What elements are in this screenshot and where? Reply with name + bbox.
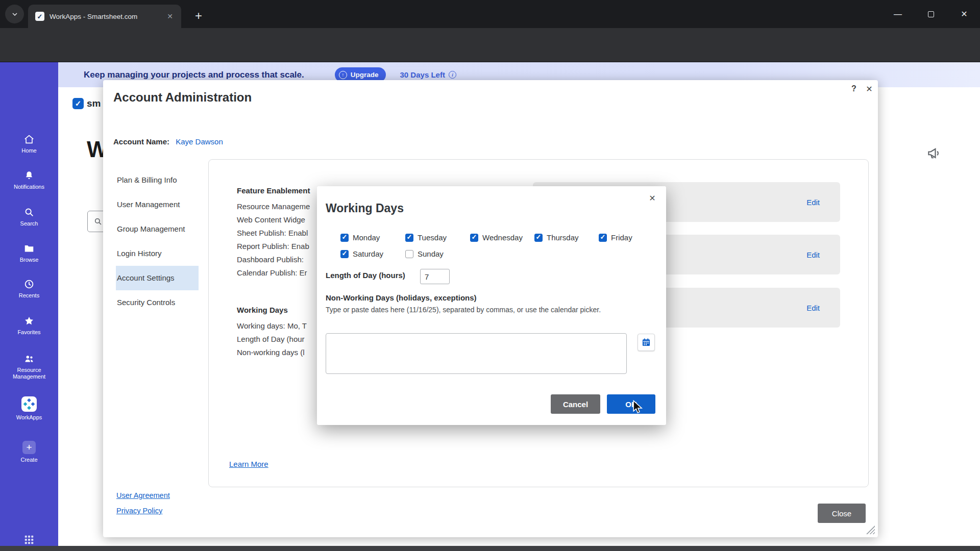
ok-button[interactable]: OK	[607, 394, 655, 414]
sidebar-item-browse[interactable]: Browse	[0, 243, 58, 263]
info-icon: i	[449, 71, 456, 79]
cancel-button[interactable]: Cancel	[551, 394, 600, 414]
smartsheet-logo: ✓ sm	[72, 98, 101, 109]
checkbox-tuesday[interactable]: Tuesday	[405, 233, 447, 242]
dialog-help-button[interactable]: ?	[847, 82, 861, 95]
app-sidebar: Home Notifications Search Browse Recents…	[0, 62, 58, 551]
checkbox-icon	[405, 250, 413, 258]
nav-item-user-management[interactable]: User Management	[116, 192, 199, 217]
apps-grid-button[interactable]	[0, 534, 58, 545]
checkbox-icon	[470, 234, 478, 242]
sidebar-item-search[interactable]: Search	[0, 207, 58, 227]
checkbox-icon	[340, 234, 349, 242]
home-icon	[23, 134, 35, 145]
window-close-button[interactable]: ✕	[950, 0, 978, 28]
nonworking-dates-textarea[interactable]	[326, 333, 627, 374]
calendar-picker-button[interactable]	[638, 334, 655, 351]
nav-item-group-management[interactable]: Group Management	[116, 217, 199, 241]
modal-close-button[interactable]: ✕	[646, 191, 659, 205]
sidebar-item-home[interactable]: Home	[0, 134, 58, 154]
modal-title: Working Days	[326, 202, 404, 215]
checkbox-friday[interactable]: Friday	[599, 233, 632, 242]
nav-item-login-history[interactable]: Login History	[116, 241, 199, 266]
browser-tab-strip: ✓ WorkApps - Smartsheet.com ✕ + — ✕	[0, 0, 980, 28]
search-icon	[23, 207, 35, 218]
bell-icon	[23, 170, 35, 181]
admin-settings-nav: Plan & Billing Info User Management Grou…	[116, 168, 199, 315]
maximize-icon	[928, 11, 934, 17]
resize-handle[interactable]	[866, 525, 875, 534]
nonworking-days-label: Non-Working Days (holidays, exceptions)	[326, 293, 477, 302]
feature-enablement-section: Feature Enablement Resource Manageme Web…	[237, 186, 310, 280]
browser-toolbar: ← → app.smartsheet.com/workapps	[0, 28, 980, 62]
days-left-link[interactable]: 30 Days Left i	[400, 70, 456, 79]
sidebar-item-create[interactable]: + Create	[0, 441, 58, 463]
edit-link[interactable]: Edit	[806, 198, 820, 207]
sidebar-item-notifications[interactable]: Notifications	[0, 170, 58, 190]
clock-icon	[23, 279, 35, 290]
nav-item-security-controls[interactable]: Security Controls	[116, 290, 199, 315]
new-tab-button[interactable]: +	[190, 7, 207, 24]
star-icon	[23, 315, 35, 327]
working-days-dialog: ✕ Working Days Monday Tuesday Wednesday …	[317, 186, 666, 425]
tab-close-button[interactable]: ✕	[164, 10, 176, 22]
workapps-icon	[21, 396, 37, 412]
screen: ✓ WorkApps - Smartsheet.com ✕ + — ✕ ← → …	[0, 0, 980, 551]
account-name-label: Account Name:	[113, 137, 169, 146]
checkbox-icon	[340, 250, 349, 258]
tab-search-button[interactable]	[5, 5, 24, 23]
working-days-section: Working Days Working days: Mo, T Length …	[237, 306, 307, 359]
checkbox-thursday[interactable]: Thursday	[534, 233, 579, 242]
calendar-icon	[641, 337, 651, 347]
people-icon	[23, 353, 35, 364]
sidebar-item-resource-management[interactable]: Resource Management	[0, 353, 58, 380]
nav-item-account-settings[interactable]: Account Settings	[116, 266, 199, 290]
sidebar-item-recents[interactable]: Recents	[0, 279, 58, 299]
window-maximize-button[interactable]	[917, 0, 945, 28]
plus-icon: +	[22, 441, 36, 454]
nonworking-days-help-text: Type or paste dates here (11/16/25), sep…	[326, 306, 601, 314]
checkbox-icon	[405, 234, 413, 242]
length-of-day-label: Length of Day (hours)	[326, 271, 405, 280]
account-name-link[interactable]: Kaye Dawson	[176, 137, 223, 146]
smartsheet-logo-icon: ✓	[72, 98, 84, 109]
grid-icon	[23, 534, 35, 545]
screen-bottom-edge	[0, 546, 980, 551]
announcement-megaphone-button[interactable]	[926, 145, 942, 161]
close-button[interactable]: Close	[818, 504, 866, 523]
smartsheet-favicon-icon: ✓	[35, 12, 44, 21]
megaphone-icon	[926, 145, 942, 161]
length-of-day-input[interactable]	[420, 269, 450, 284]
browser-tab[interactable]: ✓ WorkApps - Smartsheet.com ✕	[28, 5, 181, 28]
sidebar-item-workapps[interactable]: WorkApps	[0, 396, 58, 421]
upgrade-icon: ↑	[339, 71, 347, 79]
tab-title: WorkApps - Smartsheet.com	[50, 13, 164, 20]
checkbox-monday[interactable]: Monday	[340, 233, 380, 242]
user-agreement-link[interactable]: User Agreement	[116, 491, 170, 499]
section-title: Working Days	[237, 306, 307, 314]
edit-link[interactable]: Edit	[806, 251, 820, 259]
privacy-policy-link[interactable]: Privacy Policy	[116, 507, 162, 515]
edit-link[interactable]: Edit	[806, 304, 820, 312]
checkbox-saturday[interactable]: Saturday	[340, 249, 383, 258]
checkbox-icon	[599, 234, 607, 242]
folder-icon	[23, 243, 35, 254]
dialog-title: Account Administration	[113, 90, 252, 105]
account-name-row: Account Name: Kaye Dawson	[113, 137, 223, 146]
checkbox-icon	[534, 234, 543, 242]
window-minimize-button[interactable]: —	[884, 0, 912, 28]
chevron-down-icon	[11, 10, 19, 18]
nav-item-plan-billing[interactable]: Plan & Billing Info	[116, 168, 199, 192]
learn-more-link[interactable]: Learn More	[229, 460, 268, 468]
checkbox-sunday[interactable]: Sunday	[405, 249, 444, 258]
sidebar-item-favorites[interactable]: Favorites	[0, 315, 58, 336]
banner-message: Keep managing your projects and process …	[84, 70, 304, 80]
section-title: Feature Enablement	[237, 186, 310, 195]
dialog-close-button[interactable]: ✕	[863, 82, 876, 95]
checkbox-wednesday[interactable]: Wednesday	[470, 233, 523, 242]
search-icon	[93, 217, 103, 226]
